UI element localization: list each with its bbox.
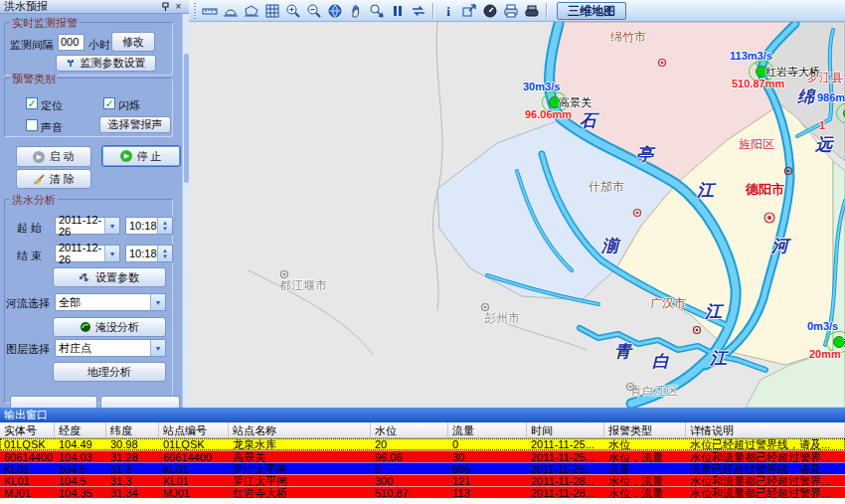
device-icon[interactable] [521,1,542,20]
table-cell: 流量 [604,463,686,474]
column-header[interactable]: 站点名称 [229,422,371,437]
flood-icon [80,321,91,333]
table-cell: 30.98 [106,438,159,450]
table-cell: 104.5 [55,463,106,474]
table-cell: 水位，流量 [604,451,686,462]
table-cell: 水位和流量都已经超过警界... [686,475,845,486]
zoom-out-icon[interactable] [303,1,324,20]
checkbox-flash-label: 闪烁 [118,98,140,113]
column-header[interactable]: 报警类型 [604,422,686,437]
column-header[interactable]: 站点编号 [159,422,229,437]
zoom-in-icon[interactable] [282,1,303,20]
flood-analysis-button[interactable]: 淹没分析 [53,317,166,337]
begin-label: 起 始 [17,221,42,236]
table-cell: 121 [448,475,527,486]
begin-date-picker[interactable]: 2011-12-26 ▼ [55,217,120,235]
checkbox-position-label: 定位 [41,98,63,113]
river-select-combo[interactable]: 全部 ▼ [55,293,166,311]
print-icon[interactable] [500,1,521,20]
map-3d-button[interactable]: 三维地图 [557,2,626,20]
column-header[interactable]: 流量 [448,422,527,437]
export-icon[interactable] [458,1,479,20]
table-row[interactable]: MJ01104.3531.34MJ01红岩寺大桥510.871132011-11… [0,486,845,498]
interval-input[interactable]: 000 [58,34,84,51]
city-label-jingyang: 旌阳区 [739,136,774,153]
swap-arrows-icon[interactable] [408,1,428,20]
gauge-icon[interactable] [479,1,500,20]
stop-icon: ▶ [120,150,132,162]
table-cell: KL01 [0,475,55,486]
chevron-down-icon[interactable]: ▼ [104,246,119,261]
measure-dome-icon[interactable] [220,1,241,20]
column-header[interactable]: 纬度 [106,422,159,437]
table-cell: 104.03 [55,451,106,462]
pin-icon[interactable] [159,1,172,13]
station-flow-label: 30m3/s [523,81,560,92]
table-cell: 2011-11-25... [527,438,604,450]
checkbox-sound[interactable] [26,119,38,131]
checkbox-flash[interactable]: ✓ [103,97,115,109]
checkbox-position[interactable]: ✓ [26,97,38,109]
toolbar-grip[interactable] [194,3,196,19]
table-cell: 01LQSK [0,438,55,450]
table-cell: 龙泉水库 [229,438,371,450]
table-cell: 罗江太平闸 [229,463,371,474]
column-header[interactable]: 经度 [55,422,106,437]
stop-button[interactable]: ▶ 停 止 [101,145,181,167]
start-button[interactable]: ▶ 启 动 [16,146,91,167]
column-header[interactable]: 时间 [527,422,604,437]
river-name-char: 远 [815,133,832,156]
table-cell: MJ01 [159,487,229,498]
column-header[interactable]: 水位 [371,422,448,437]
end-date-picker[interactable]: 2011-12-26 ▼ [55,245,120,262]
table-cell: 2011-11-25... [527,463,604,474]
table-cell: 1 [371,463,448,474]
measure-polygon-icon[interactable] [241,1,261,20]
broom-icon [33,174,46,185]
table-cell: 104.49 [55,438,106,450]
select-grid-icon[interactable] [261,1,282,20]
sidebar-scrollbar[interactable] [182,14,189,408]
table-row[interactable]: KL01104.531.3KL01罗江太平闸3001212011-11-28..… [0,474,845,486]
geo-analysis-button[interactable]: 地理分析 [53,362,166,382]
info-icon[interactable]: i [437,1,458,20]
modify-button[interactable]: 修改 [111,32,155,52]
column-header[interactable]: 详情说明 [686,422,845,437]
interval-unit: 小时 [88,38,110,53]
spinner-arrows-icon[interactable]: ▲▼ [157,218,172,234]
table-cell: KL01 [159,475,229,486]
table-cell: 104.35 [55,487,106,498]
city-symbol [278,268,290,282]
map-canvas[interactable]: 绵竹市什邡市德阳市旌阳区罗江县广汉市都江堰市彭州市青白江区石亭江绵远河湔江青白江… [189,22,845,408]
set-params-button[interactable]: 设置参数 [53,267,166,287]
city-label-shifang: 什邡市 [589,179,624,196]
column-header[interactable]: 实体号 [0,422,55,437]
globe-icon[interactable] [324,1,345,20]
table-cell: 水位已经超过警界线，请及... [686,438,845,450]
pause-icon[interactable] [387,1,408,20]
layer-select-combo[interactable]: 村庄点 ▼ [55,339,166,357]
begin-time-spinner[interactable]: 10:18 ▲▼ [125,217,173,235]
chevron-down-icon[interactable]: ▼ [150,294,165,310]
end-time-spinner[interactable]: 10:18 ▲▼ [125,245,173,262]
river-name-char: 绵 [797,85,814,108]
select-alarm-sound-button[interactable]: 选择警报声 [99,116,171,133]
spinner-arrows-icon[interactable]: ▲▼ [157,246,172,261]
params-icon [80,272,91,282]
table-cell: 31.3 [106,475,159,486]
city-label-mianzhu: 绵竹市 [610,29,646,46]
table-row[interactable]: 60614400104.0331.2860614400高景关96.0630201… [0,450,845,462]
zoom-select-icon[interactable] [366,1,387,20]
table-row[interactable]: KL01104.531.3KL01罗江太平闸19862011-11-25...流… [0,462,845,474]
clear-button[interactable]: 清 除 [16,169,91,189]
river-name-char: 湔 [601,235,618,257]
table-row[interactable]: 01LQSK104.4930.9801LQSK龙泉水库2002011-11-25… [0,438,845,450]
close-icon[interactable]: × [172,1,185,13]
pan-hand-icon[interactable] [345,1,366,20]
chevron-down-icon[interactable]: ▼ [104,218,119,234]
table-cell: 水位和流量都已经超过警界... [686,487,845,498]
group-alert-title: 预警类别 [10,72,58,86]
chevron-down-icon[interactable]: ▼ [150,340,165,356]
measure-distance-icon[interactable] [199,1,220,20]
monitor-params-button[interactable]: 监测参数设置 [56,55,156,72]
